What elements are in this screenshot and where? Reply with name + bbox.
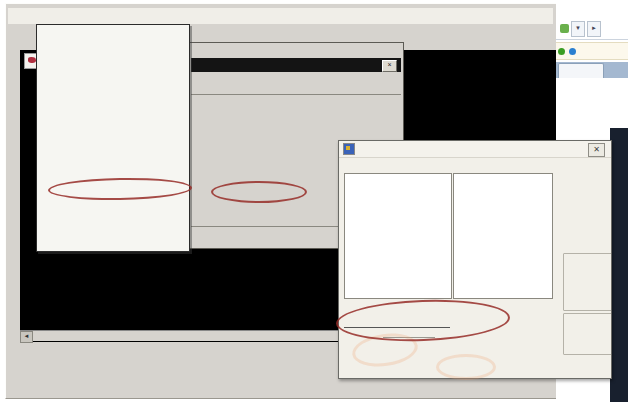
browser-menu-row xyxy=(556,2,628,16)
go-arrow-icon[interactable]: ► xyxy=(587,21,601,37)
watermark-logo-arc xyxy=(436,354,496,380)
hotkey-close-icon[interactable]: ✕ xyxy=(588,143,605,157)
hotkey-dialog-icon xyxy=(343,143,355,155)
prefs-dialog-title: × xyxy=(191,58,401,72)
features-listbox[interactable] xyxy=(453,173,553,299)
screenshot-stage: ◄ × ✕ xyxy=(0,0,628,402)
browser-tab[interactable] xyxy=(558,63,604,78)
annotation-ellipse-user-definable-hotkeys xyxy=(211,181,307,203)
bookmark-blue-icon xyxy=(569,48,576,55)
key-group-box xyxy=(563,313,612,355)
dropdown-arrow-icon[interactable]: ▼ xyxy=(571,21,585,37)
prefs-tab-bar xyxy=(191,74,401,94)
browser-bookmark-bar xyxy=(556,42,628,60)
browser-address-bar: ▼ ► xyxy=(556,18,628,40)
scroll-left-icon[interactable]: ◄ xyxy=(20,331,33,343)
prefs-window-chrome xyxy=(189,43,403,58)
browser-tab-bar xyxy=(556,62,628,78)
browser-page-dark-panel xyxy=(610,128,628,402)
edit-menu-dropdown xyxy=(36,24,190,252)
bookmark-green-icon xyxy=(558,48,565,55)
feature-group-box xyxy=(563,253,612,311)
menu-bar xyxy=(8,8,553,24)
categories-listbox[interactable] xyxy=(344,173,452,299)
hotkey-title-bar xyxy=(339,141,611,158)
green-badge-icon xyxy=(560,24,569,33)
prefs-close-icon[interactable]: × xyxy=(382,60,397,72)
